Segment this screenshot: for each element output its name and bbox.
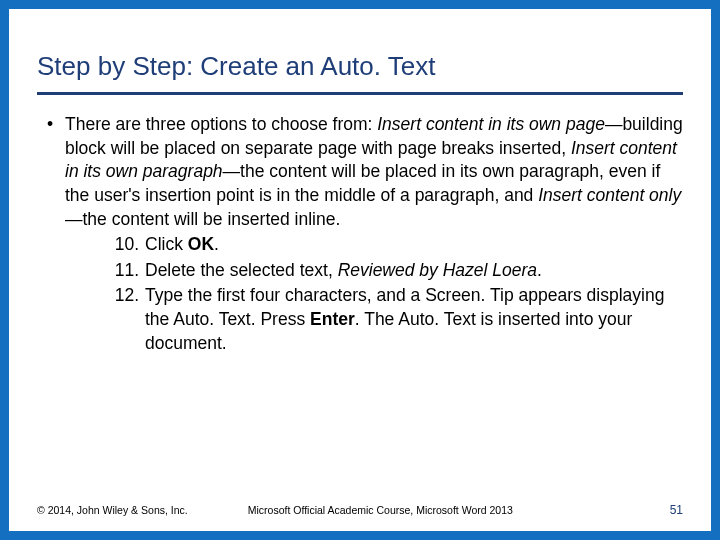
bullet-list: There are three options to choose from: …: [41, 113, 683, 355]
intro-option-3: Insert content only: [538, 185, 681, 205]
step-11: 11. Delete the selected text, Reviewed b…: [111, 259, 683, 283]
step-text-c: .: [537, 260, 542, 280]
footer-copyright: © 2014, John Wiley & Sons, Inc.: [37, 504, 188, 516]
step-text-a: Click: [145, 234, 188, 254]
slide-body: There are three options to choose from: …: [37, 113, 683, 355]
slide-title: Step by Step: Create an Auto. Text: [37, 51, 683, 92]
step-text-bold: Enter: [310, 309, 355, 329]
step-number: 12.: [111, 284, 139, 308]
slide: Step by Step: Create an Auto. Text There…: [9, 9, 711, 531]
title-underline: [37, 92, 683, 95]
footer-page-number: 51: [670, 503, 683, 517]
step-text-italic: Reviewed by Hazel Loera: [338, 260, 537, 280]
bullet-item: There are three options to choose from: …: [41, 113, 683, 355]
intro-text-4: —the content will be inserted inline.: [65, 209, 340, 229]
step-number: 11.: [111, 259, 139, 283]
steps-list: 10. Click OK. 11. Delete the selected te…: [65, 233, 683, 355]
step-number: 10.: [111, 233, 139, 257]
step-12: 12. Type the first four characters, and …: [111, 284, 683, 355]
intro-text-1: There are three options to choose from:: [65, 114, 377, 134]
slide-footer: © 2014, John Wiley & Sons, Inc. Microsof…: [9, 503, 711, 517]
step-text-bold: OK: [188, 234, 214, 254]
intro-option-1: Insert content in its own page: [377, 114, 605, 134]
step-text-a: Delete the selected text,: [145, 260, 338, 280]
footer-course: Microsoft Official Academic Course, Micr…: [248, 504, 513, 516]
step-text-c: .: [214, 234, 219, 254]
step-10: 10. Click OK.: [111, 233, 683, 257]
